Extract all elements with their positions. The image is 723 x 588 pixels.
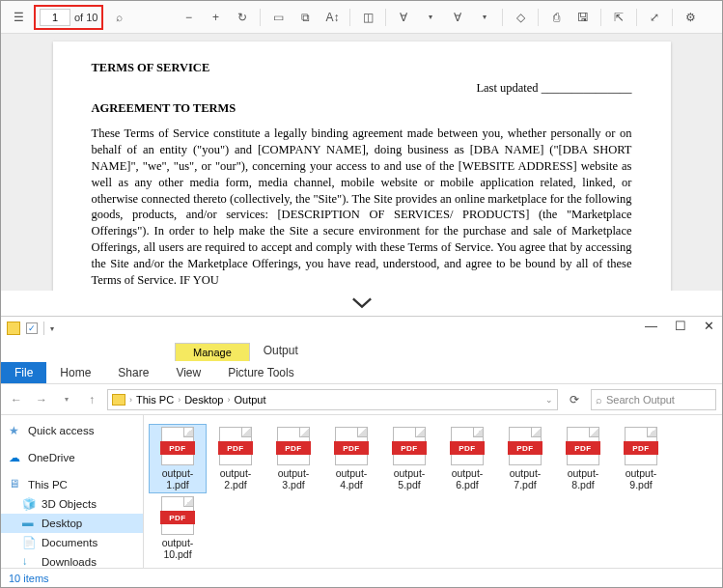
folder-icon <box>112 394 125 406</box>
rotate-icon[interactable]: ↻ <box>231 6 254 29</box>
ribbon-file[interactable]: File <box>1 362 46 383</box>
file-item[interactable]: PDFoutput-1.pdf <box>150 425 206 492</box>
chevron-down-icon[interactable]: ⌄ <box>545 395 553 405</box>
search-icon: ⌕ <box>596 394 602 406</box>
pdf-file-icon: PDF <box>625 427 657 465</box>
download-icon: ↓ <box>22 555 36 568</box>
page-indicator: of 10 <box>34 5 103 30</box>
star-icon: ★ <box>9 424 22 437</box>
forward-button[interactable]: → <box>32 390 51 409</box>
ribbon-view[interactable]: View <box>162 362 214 383</box>
pdf-file-icon: PDF <box>161 427 194 465</box>
file-item[interactable]: PDFoutput-10.pdf <box>150 494 206 562</box>
file-name: output-6.pdf <box>441 467 493 490</box>
pc-icon: 🖥 <box>9 478 22 491</box>
up-button[interactable]: ↑ <box>82 390 101 409</box>
breadcrumb-output[interactable]: Output <box>234 394 265 406</box>
ribbon-home[interactable]: Home <box>46 362 104 383</box>
minimize-button[interactable]: — <box>645 319 657 333</box>
strike-icon[interactable]: ∀ <box>446 6 469 29</box>
nav-downloads[interactable]: ↓Downloads <box>1 552 143 568</box>
maximize-button[interactable]: ☐ <box>675 319 686 333</box>
refresh-button[interactable]: ⟳ <box>564 389 585 410</box>
search-input[interactable]: ⌕ Search Output <box>591 389 716 410</box>
pdf-file-icon: PDF <box>335 427 368 465</box>
file-name: output-10.pdf <box>152 537 204 560</box>
explorer-titlebar: ✓ ▾ <box>1 317 722 340</box>
pdf-file-icon: PDF <box>567 427 599 465</box>
close-button[interactable]: ✕ <box>704 319 714 333</box>
print-icon[interactable]: ⎙ <box>544 6 568 29</box>
recent-dropdown[interactable]: ▾ <box>57 390 76 409</box>
file-item[interactable]: PDFoutput-9.pdf <box>613 425 669 492</box>
nav-this-pc[interactable]: 🖥This PC <box>1 475 143 494</box>
search-icon[interactable]: ⌕ <box>107 6 130 29</box>
pdf-file-icon: PDF <box>161 496 194 535</box>
explorer-tabs-row: — ☐ ✕ Manage Output <box>1 340 722 361</box>
pdf-file-icon: PDF <box>393 427 426 465</box>
cloud-icon: ☁ <box>9 451 22 464</box>
file-item[interactable]: PDFoutput-7.pdf <box>497 425 553 492</box>
fullscreen-icon[interactable]: ⤢ <box>643 6 666 29</box>
nav-quick-access[interactable]: ★Quick access <box>1 421 143 440</box>
breadcrumb-this-pc[interactable]: This PC <box>136 394 174 406</box>
nav-documents[interactable]: 📄Documents <box>1 533 143 552</box>
search-placeholder: Search Output <box>606 394 675 406</box>
chevron-down-icon[interactable]: ▾ <box>50 324 54 333</box>
page-input[interactable] <box>40 9 70 26</box>
highlight-icon[interactable]: ∀ <box>392 6 415 29</box>
doc-heading-2: AGREEMENT TO TERMS <box>92 101 632 116</box>
pdf-file-icon: PDF <box>451 427 484 465</box>
fit-width-icon[interactable]: ▭ <box>266 6 290 29</box>
file-name: output-3.pdf <box>267 467 320 490</box>
file-item[interactable]: PDFoutput-4.pdf <box>323 425 379 492</box>
file-name: output-2.pdf <box>209 467 262 490</box>
pdf-content[interactable]: TERMS OF SERVICE Last updated __________… <box>1 34 722 291</box>
file-name: output-9.pdf <box>615 467 667 490</box>
back-button[interactable]: ← <box>7 390 26 409</box>
erase-icon[interactable]: ◇ <box>509 6 532 29</box>
address-bar[interactable]: › This PC › Desktop › Output ⌄ <box>107 389 558 410</box>
text-size-icon[interactable]: A↕ <box>320 6 344 29</box>
page-total: of 10 <box>74 12 97 23</box>
pdf-viewer: ☰ of 10 ⌕ − + ↻ ▭ ⧉ A↕ ◫ ∀ ▾ ∀ ▾ ◇ ⎙ 🖫 ⇱… <box>1 1 722 291</box>
file-explorer: ✓ ▾ — ☐ ✕ Manage Output File Home Share … <box>1 316 722 587</box>
doc-body: These Terms of Service constitute a lega… <box>92 126 632 289</box>
file-item[interactable]: PDFoutput-6.pdf <box>439 425 495 492</box>
file-item[interactable]: PDFoutput-3.pdf <box>265 425 321 492</box>
ribbon-picture-tools[interactable]: Picture Tools <box>214 362 307 383</box>
document-icon: 📄 <box>22 536 36 549</box>
nav-3d-objects[interactable]: 🧊3D Objects <box>1 494 143 514</box>
chevron-right-icon: › <box>129 395 132 405</box>
chevron-down-icon[interactable]: ▾ <box>473 6 496 29</box>
divider-chevron[interactable] <box>1 291 722 316</box>
file-item[interactable]: PDFoutput-5.pdf <box>381 425 437 492</box>
pdf-toolbar: ☰ of 10 ⌕ − + ↻ ▭ ⧉ A↕ ◫ ∀ ▾ ∀ ▾ ◇ ⎙ 🖫 ⇱… <box>1 1 722 34</box>
ribbon-share[interactable]: Share <box>104 362 162 383</box>
file-name: output-1.pdf <box>152 467 204 490</box>
doc-updated: Last updated _______________ <box>92 81 632 96</box>
zoom-in-icon[interactable]: + <box>204 6 227 29</box>
folder-icon <box>7 322 20 335</box>
status-bar: 10 items <box>1 568 722 587</box>
file-item[interactable]: PDFoutput-2.pdf <box>208 425 264 492</box>
save-icon[interactable]: 🖫 <box>571 6 595 29</box>
nav-onedrive[interactable]: ☁OneDrive <box>1 448 143 467</box>
nav-desktop[interactable]: ▬Desktop <box>1 514 143 533</box>
outline-icon[interactable]: ☰ <box>7 6 30 29</box>
chevron-down-icon[interactable]: ▾ <box>419 6 442 29</box>
page-view-icon[interactable]: ⧉ <box>293 6 317 29</box>
gear-icon[interactable]: ⚙ <box>679 6 702 29</box>
checkbox-icon[interactable]: ✓ <box>26 322 38 334</box>
pdf-file-icon: PDF <box>219 427 252 465</box>
explorer-ribbon: File Home Share View Picture Tools <box>1 361 722 384</box>
explorer-body: ★Quick access ☁OneDrive 🖥This PC 🧊3D Obj… <box>1 415 722 568</box>
file-item[interactable]: PDFoutput-8.pdf <box>555 425 611 492</box>
cube-icon: 🧊 <box>22 497 36 511</box>
zoom-out-icon[interactable]: − <box>177 6 200 29</box>
export-icon[interactable]: ⇱ <box>607 6 630 29</box>
manage-tab[interactable]: Manage <box>175 343 250 361</box>
breadcrumb-desktop[interactable]: Desktop <box>184 394 223 406</box>
file-list[interactable]: PDFoutput-1.pdfPDFoutput-2.pdfPDFoutput-… <box>144 415 722 568</box>
annotate-icon[interactable]: ◫ <box>356 6 379 29</box>
